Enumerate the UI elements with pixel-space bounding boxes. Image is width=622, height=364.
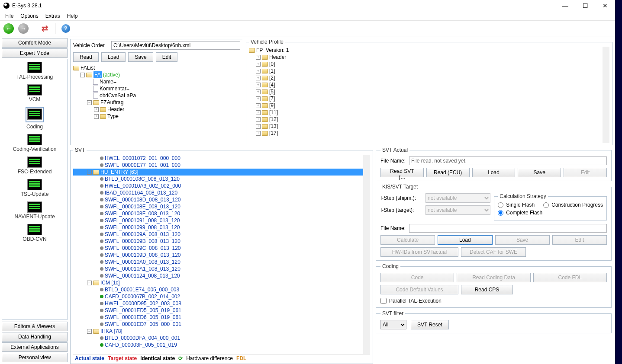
svt-tree[interactable]: HWEL_00001072_001_000_000SWFL_00000E77_0…: [73, 155, 370, 354]
expand-icon[interactable]: +: [256, 55, 261, 60]
vo-save-button[interactable]: Save: [128, 52, 153, 62]
collapse-icon[interactable]: −: [87, 100, 92, 105]
svt-node-ihka[interactable]: −IHKA [78]: [73, 328, 363, 335]
expand-icon[interactable]: +: [256, 89, 261, 94]
vp-item[interactable]: [1]: [269, 67, 275, 74]
tool-vcm[interactable]: VCM: [3, 84, 66, 102]
tool-tsl-update[interactable]: TSL-Update: [3, 179, 66, 197]
vo-path-input[interactable]: [111, 41, 240, 50]
expand-icon[interactable]: +: [94, 114, 99, 119]
read-cps-button[interactable]: Read CPS: [461, 285, 513, 294]
expand-icon[interactable]: +: [256, 117, 261, 122]
expand-icon[interactable]: +: [256, 110, 261, 115]
collapse-icon[interactable]: −: [80, 73, 85, 77]
svt-item[interactable]: SWFL_000010A0_008_013_120: [105, 259, 180, 265]
vp-item[interactable]: [0]: [269, 61, 275, 67]
svt-save-button[interactable]: Save: [518, 168, 561, 177]
tool-coding-verification[interactable]: Coding-Verification: [3, 134, 66, 152]
tool-fsc-extended[interactable]: FSC-Extended: [3, 156, 66, 175]
vo-edit-button[interactable]: Edit: [156, 52, 178, 62]
vo-tree[interactable]: FAList −FA(active) Name= Kommentar= obdC…: [73, 64, 240, 134]
radio-complete-flash[interactable]: Complete Flash: [498, 210, 603, 216]
vo-read-button[interactable]: Read: [73, 52, 99, 62]
svt-item[interactable]: SWFL_00000E77_001_001_000: [105, 162, 180, 169]
vp-item[interactable]: [5]: [269, 88, 275, 95]
svt-item[interactable]: SWFL_000010A1_008_013_120: [105, 265, 180, 272]
svt-item[interactable]: BTLD_0000108C_008_013_120: [105, 176, 180, 182]
expand-icon[interactable]: +: [256, 76, 261, 80]
tool-obd-cvn[interactable]: OBD-CVN: [3, 224, 66, 242]
vo-load-button[interactable]: Load: [101, 52, 126, 62]
window-maximize[interactable]: ☐: [575, 0, 595, 11]
menu-help[interactable]: Help: [64, 12, 81, 20]
expand-icon[interactable]: +: [256, 124, 261, 129]
kis-load-button[interactable]: Load: [438, 235, 492, 245]
tool-nav-ent-update[interactable]: NAV/ENT-Update: [3, 201, 66, 220]
expand-icon[interactable]: +: [94, 107, 99, 112]
svt-item[interactable]: SWFL_0000109B_008_013_120: [105, 238, 180, 245]
svt-item[interactable]: SWFL_0000109C_008_013_120: [105, 245, 180, 252]
svt-item[interactable]: BTLD_00001E74_005_000_003: [105, 286, 179, 293]
menu-extras[interactable]: Extras: [42, 12, 64, 20]
scrollbar-thumb[interactable]: [603, 48, 609, 55]
read-svt-button[interactable]: Read SVT (…: [380, 168, 424, 177]
vp-item[interactable]: [4]: [269, 81, 275, 88]
svt-node-icm[interactable]: −ICM [1c]: [73, 279, 363, 286]
svt-reset-button[interactable]: SVT Reset: [411, 320, 449, 329]
vp-item[interactable]: [9]: [269, 102, 275, 109]
help-button[interactable]: ?: [60, 22, 72, 35]
radio-single-flash[interactable]: Single Flash: [498, 202, 535, 208]
vp-item[interactable]: [13]: [269, 123, 278, 130]
expand-icon[interactable]: +: [256, 62, 261, 67]
back-button[interactable]: ←: [3, 22, 15, 35]
svt-item[interactable]: SWFL_00001ED7_005_000_001: [105, 321, 181, 328]
svt-item[interactable]: SWFL_0000109A_008_013_120: [105, 231, 180, 238]
window-close[interactable]: ✕: [595, 0, 615, 11]
vp-item[interactable]: [12]: [269, 116, 278, 123]
svt-item[interactable]: CAFD_000003F_005_001_019: [105, 342, 177, 348]
svt-item[interactable]: SWFL_0000108F_008_013_120: [105, 210, 180, 217]
svt-item[interactable]: HWEL_000010A3_002_002_000: [105, 182, 181, 189]
kis-filename-input[interactable]: [409, 224, 607, 233]
comfort-mode-button[interactable]: Comfort Mode: [2, 38, 68, 48]
expert-mode-button[interactable]: Expert Mode: [2, 48, 68, 58]
parallel-tal-checkbox[interactable]: Parallel TAL-Execution: [380, 298, 607, 304]
expand-icon[interactable]: +: [256, 103, 261, 108]
editors-viewers-button[interactable]: Editors & Viewers: [2, 322, 68, 331]
vp-tree[interactable]: FP_Version: 1 +Header +[0]+[1]+[2]+[4]+[…: [249, 47, 609, 143]
svt-actual-filename[interactable]: [409, 156, 607, 165]
menu-file[interactable]: File: [2, 12, 17, 20]
svt-item[interactable]: HWEL_00001072_001_000_000: [105, 155, 180, 162]
svt-item[interactable]: SWFL_0000108D_008_013_120: [105, 196, 180, 203]
personal-view-button[interactable]: Personal view: [2, 353, 68, 362]
svt-item[interactable]: BTLD_00000DFA_004_000_001: [105, 335, 180, 342]
external-applications-button[interactable]: External Applications: [2, 342, 68, 352]
collapse-icon[interactable]: −: [87, 329, 92, 334]
svt-item[interactable]: SWFL_00001124_008_013_120: [105, 272, 180, 279]
data-handling-button[interactable]: Data Handling: [2, 332, 68, 342]
svt-item[interactable]: SWFL_00001ED5_005_019_061: [105, 307, 181, 314]
svt-item[interactable]: CAFD_0000067B_002_014_002: [105, 293, 180, 300]
tool-coding[interactable]: Coding: [3, 107, 66, 130]
read-ecu-button[interactable]: Read (ECU): [426, 168, 470, 177]
collapse-icon[interactable]: −: [87, 170, 92, 175]
vp-item[interactable]: [17]: [269, 130, 278, 137]
window-minimize[interactable]: —: [555, 0, 575, 11]
vp-item[interactable]: [2]: [269, 74, 275, 81]
svt-item[interactable]: IBAD_00001164_008_013_120: [105, 189, 177, 196]
menu-options[interactable]: Options: [17, 12, 42, 20]
vp-item[interactable]: [11]: [269, 109, 278, 116]
tool-tal-processing[interactable]: TAL-Processing: [3, 62, 66, 80]
radio-construction[interactable]: Construction Progress: [543, 202, 603, 208]
vp-item[interactable]: [7]: [269, 95, 275, 102]
expand-icon[interactable]: +: [256, 83, 261, 87]
svt-item[interactable]: SWFL_00001091_008_013_120: [105, 217, 180, 224]
svt-item[interactable]: SWFL_0000108E_008_013_120: [105, 203, 180, 210]
svt-load-button[interactable]: Load: [472, 168, 516, 177]
svt-node-hu-entry[interactable]: −HU_ENTRY [63]: [73, 169, 363, 176]
svt-filter-select[interactable]: All: [380, 320, 406, 329]
expand-icon[interactable]: +: [256, 69, 261, 73]
expand-icon[interactable]: +: [256, 131, 261, 136]
svt-item[interactable]: SWFL_00001ED6_005_019_061: [105, 314, 181, 321]
svt-item[interactable]: HWEL_00000D95_002_003_008: [105, 300, 181, 307]
